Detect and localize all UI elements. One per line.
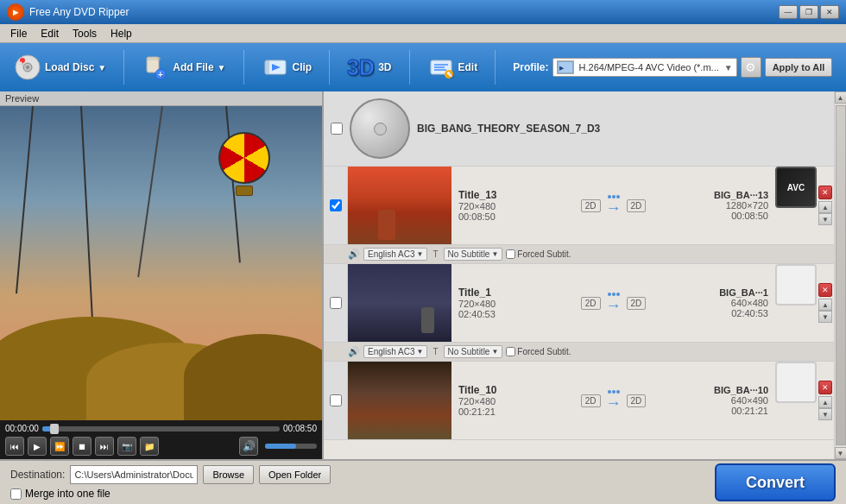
destination-row: Destination: Browse Open Folder <box>10 465 331 484</box>
audio-dropdown-0[interactable]: English AC3 ▼ <box>363 248 427 261</box>
menu-file[interactable]: File <box>3 26 34 41</box>
volume-bar[interactable] <box>265 444 317 449</box>
separator-5 <box>495 50 496 85</box>
app-title: Free Any DVD Ripper <box>29 6 779 18</box>
move-down-button-2[interactable]: ▼ <box>818 408 832 420</box>
fast-forward-button[interactable]: ⏩ <box>50 437 69 456</box>
add-file-button[interactable]: + Add File ▼ <box>135 50 232 85</box>
output-duration-0: 00:08:50 <box>660 211 768 221</box>
title-checkbox-1[interactable] <box>330 297 342 309</box>
clip-button[interactable]: Clip <box>255 50 319 85</box>
3d-icon: 3D <box>347 54 375 81</box>
remove-button-2[interactable]: ✕ <box>818 381 832 394</box>
destination-input[interactable] <box>70 465 198 484</box>
skip-back-button[interactable]: ⏮ <box>5 437 24 456</box>
move-down-button-0[interactable]: ▼ <box>818 213 832 225</box>
progress-bar-container: 00:00:00 00:08:50 <box>5 424 317 433</box>
hill-3 <box>184 334 322 420</box>
volume-fill <box>265 444 296 449</box>
scroll-up-button[interactable]: ▲ <box>835 91 847 104</box>
subtitle-value-1: No Subtitle <box>448 347 490 356</box>
desert-hills <box>0 279 322 420</box>
load-disc-arrow[interactable]: ▼ <box>98 63 106 72</box>
title-checkbox-col-2 <box>324 362 348 439</box>
scrollbar[interactable]: ▲ ▼ <box>834 91 846 459</box>
filelist-scroll[interactable]: BIG_BANG_THEORY_SEASON_7_D3 Title_13 7 <box>324 91 834 459</box>
title-checkbox-col-0 <box>324 167 348 244</box>
move-up-button-2[interactable]: ▲ <box>818 396 832 408</box>
clip-label: Clip <box>293 61 313 73</box>
title-item-header-2: Title_10 720×480 00:21:21 2D → <box>324 362 834 439</box>
title-name-0: Title_13 <box>458 189 567 201</box>
svg-text:+: + <box>20 60 22 65</box>
profile-dropdown[interactable]: ▶ H.264/MPEG-4 AVC Video (*.m... ▼ <box>552 58 737 77</box>
input-2d-badge-0: 2D <box>581 199 601 212</box>
remove-button-1[interactable]: ✕ <box>818 283 832 297</box>
scroll-down-button[interactable]: ▼ <box>835 447 847 459</box>
move-up-button-0[interactable]: ▲ <box>818 201 832 213</box>
menu-tools[interactable]: Tools <box>66 26 104 41</box>
step-forward-button[interactable]: ⏭ <box>95 437 114 456</box>
remove-button-0[interactable]: ✕ <box>818 186 832 199</box>
title-thumbnail-1 <box>348 264 451 342</box>
time-total: 00:08:50 <box>283 424 317 433</box>
thumb-figure-1 <box>421 307 434 333</box>
apply-all-button[interactable]: Apply to All <box>765 58 833 77</box>
load-disc-button[interactable]: + Load Disc ▼ <box>7 50 113 85</box>
output-duration-1: 02:40:53 <box>660 308 768 318</box>
forced-subtitle-1: Forced Subtit. <box>506 347 571 356</box>
title-info-2: Title_10 720×480 00:21:21 <box>451 362 574 439</box>
audio-value-0: English AC3 <box>368 249 414 259</box>
load-disc-icon: + <box>14 54 41 81</box>
title-checkbox-0[interactable] <box>330 199 342 211</box>
dvd-checkbox[interactable] <box>331 123 343 135</box>
move-down-button-1[interactable]: ▼ <box>818 311 832 323</box>
play-button[interactable]: ▶ <box>28 437 47 456</box>
merge-checkbox[interactable] <box>10 488 22 500</box>
progress-bar[interactable] <box>42 426 280 432</box>
restore-button[interactable]: ❐ <box>799 5 818 19</box>
title-checkbox-2[interactable] <box>330 394 342 406</box>
move-up-button-1[interactable]: ▲ <box>818 299 832 311</box>
subtitle-dropdown-0[interactable]: No Subtitle ▼ <box>444 248 503 261</box>
balloon-basket <box>236 186 253 196</box>
browse-button[interactable]: Browse <box>203 465 254 484</box>
title-duration-2: 00:21:21 <box>458 406 567 417</box>
output-info-1: BIG_BA···1 640×480 02:40:53 <box>653 264 775 342</box>
output-name-2: BIG_BA···10 <box>660 385 768 395</box>
open-folder-button[interactable]: Open Folder <box>259 465 331 484</box>
folder-button[interactable]: 📁 <box>140 437 159 456</box>
convert-button[interactable]: Convert <box>715 463 836 501</box>
stop-button[interactable]: ⏹ <box>73 437 92 456</box>
output-info-2: BIG_BA···10 640×490 00:21:21 <box>653 362 775 439</box>
clip-icon <box>262 54 289 81</box>
svg-rect-7 <box>147 57 161 60</box>
edit-icon: ✎ <box>427 54 455 81</box>
side-controls-2: ✕ ▲ ▼ <box>817 362 834 439</box>
forced-checkbox-0[interactable] <box>506 249 515 259</box>
menu-help[interactable]: Help <box>104 26 139 41</box>
title-info-1: Title_1 720×480 02:40:53 <box>451 264 574 342</box>
audio-dropdown-1[interactable]: English AC3 ▼ <box>363 345 427 358</box>
subtitle-icon-1: T <box>432 347 438 356</box>
snapshot-button[interactable]: 📷 <box>117 437 136 456</box>
3d-button[interactable]: 3D 3D <box>340 50 398 85</box>
title-resolution-2: 720×480 <box>458 396 567 406</box>
minimize-button[interactable]: — <box>779 5 798 19</box>
edit-button[interactable]: ✎ Edit <box>420 50 485 85</box>
output-resolution-2: 640×490 <box>660 395 768 406</box>
subtitle-dropdown-1[interactable]: No Subtitle ▼ <box>444 345 503 358</box>
audio-row-0: 🔊 English AC3 ▼ T No Subtitle ▼ Force <box>324 244 834 263</box>
profile-value: H.264/MPEG-4 AVC Video (*.m... <box>579 62 719 72</box>
add-file-arrow[interactable]: ▼ <box>218 63 226 72</box>
side-controls-1: ✕ ▲ ▼ <box>817 264 834 342</box>
scroll-thumb[interactable] <box>836 105 846 445</box>
menu-edit[interactable]: Edit <box>34 26 66 41</box>
close-button[interactable]: ✕ <box>820 5 839 19</box>
mute-button[interactable]: 🔊 <box>239 437 258 456</box>
output-name-1: BIG_BA···1 <box>660 287 768 298</box>
video-background <box>0 106 322 420</box>
title-thumbnail-2 <box>348 362 451 439</box>
forced-checkbox-1[interactable] <box>506 347 515 356</box>
settings-button[interactable]: ⚙ <box>741 57 761 78</box>
